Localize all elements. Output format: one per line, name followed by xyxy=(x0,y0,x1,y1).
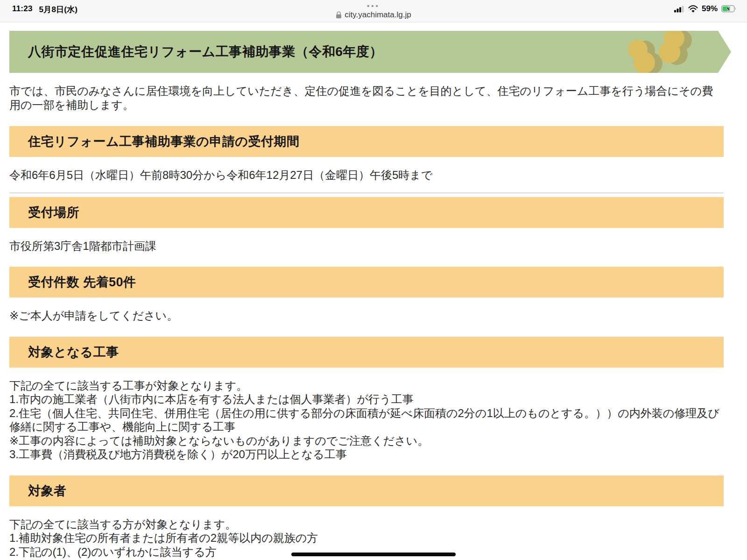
peanut-decoration-icon xyxy=(619,31,698,73)
section-heading: 受付場所 xyxy=(9,197,724,228)
section-heading-label: 住宅リフォーム工事補助事業の申請の受付期間 xyxy=(28,133,299,150)
section-heading-label: 対象となる工事 xyxy=(28,344,119,361)
body-text-line: ※工事の内容によっては補助対象とならないものがありますのでご注意ください。 xyxy=(9,434,724,448)
section-heading: 住宅リフォーム工事補助事業の申請の受付期間 xyxy=(9,126,724,157)
section-body: 下記の全てに該当する工事が対象となります。1.市内の施工業者（八街市内に本店を有… xyxy=(9,379,724,461)
body-text-line: 市役所第3庁舎1階都市計画課 xyxy=(9,239,724,253)
body-text-line: 3.工事費（消費税及び地方消費税を除く）が20万円以上となる工事 xyxy=(9,447,724,461)
status-bar: 11:23 5月8日(水) ••• city.yachimata.lg.jp xyxy=(0,0,747,22)
wifi-icon xyxy=(688,5,698,13)
body-text-line: 令和6年6月5日（水曜日）午前8時30分から令和6年12月27日（金曜日）午後5… xyxy=(9,168,724,182)
body-text-line: 下記の全てに該当する方が対象となります。 xyxy=(9,517,724,532)
home-indicator[interactable] xyxy=(291,553,456,556)
padlock-icon xyxy=(336,11,342,19)
section-body: 市役所第3庁舎1階都市計画課 xyxy=(9,239,724,253)
section-heading-label: 対象者 xyxy=(28,482,67,499)
status-indicators: 59% xyxy=(674,4,737,14)
section-body: ※ご本人が申請をしてください。 xyxy=(9,309,724,323)
body-text-line: 1.市内の施工業者（八街市内に本店を有する法人または個人事業者）が行う工事 xyxy=(9,392,724,406)
page-controls-dots[interactable]: ••• xyxy=(0,2,747,10)
body-text-line: 2.住宅（個人住宅、共同住宅、併用住宅（居住の用に供する部分の床面積が延べ床面積… xyxy=(9,406,724,434)
section-heading: 対象となる工事 xyxy=(9,337,724,368)
body-text-line: 1.補助対象住宅の所有者または所有者の2親等以内の親族の方 xyxy=(9,531,724,545)
section-heading-label: 受付件数 先着50件 xyxy=(28,274,136,291)
battery-charging-icon xyxy=(721,5,737,13)
content-section: 対象者 下記の全てに該当する方が対象となります。1.補助対象住宅の所有者または所… xyxy=(9,475,724,560)
body-text-line: ※ご本人が申請をしてください。 xyxy=(9,309,724,323)
content-section: 受付件数 先着50件 ※ご本人が申請をしてください。 xyxy=(9,267,724,323)
section-heading-label: 受付場所 xyxy=(28,204,79,221)
intro-paragraph: 市では、市民のみなさんに居住環境を向上していただき、定住の促進を図ることを目的と… xyxy=(9,84,724,112)
section-heading: 受付件数 先着50件 xyxy=(9,267,724,298)
battery-percent: 59% xyxy=(702,4,718,14)
address-bar[interactable]: city.yachimata.lg.jp xyxy=(0,10,747,20)
section-body: 令和6年6月5日（水曜日）午前8時30分から令和6年12月27日（金曜日）午後5… xyxy=(9,168,724,182)
body-text-line: 2.下記の(1)、(2)のいずれかに該当する方 xyxy=(9,545,724,559)
address-url: city.yachimata.lg.jp xyxy=(345,10,411,20)
sections: 住宅リフォーム工事補助事業の申請の受付期間 令和6年6月5日（水曜日）午前8時3… xyxy=(9,126,724,560)
content-section: 住宅リフォーム工事補助事業の申請の受付期間 令和6年6月5日（水曜日）午前8時3… xyxy=(9,126,724,182)
content-section: 受付場所 市役所第3庁舎1階都市計画課 xyxy=(9,192,724,253)
section-divider xyxy=(9,192,724,193)
body-text-line: 下記の全てに該当する工事が対象となります。 xyxy=(9,379,724,393)
section-heading: 対象者 xyxy=(9,475,724,506)
page-title: 八街市定住促進住宅リフォーム工事補助事業（令和6年度） xyxy=(9,43,383,61)
cellular-signal-icon xyxy=(674,6,684,13)
page-content: 八街市定住促進住宅リフォーム工事補助事業（令和6年度） 市では、市民のみなさんに… xyxy=(9,31,724,560)
page-title-banner: 八街市定住促進住宅リフォーム工事補助事業（令和6年度） xyxy=(9,31,731,73)
content-section: 対象となる工事 下記の全てに該当する工事が対象となります。1.市内の施工業者（八… xyxy=(9,337,724,461)
